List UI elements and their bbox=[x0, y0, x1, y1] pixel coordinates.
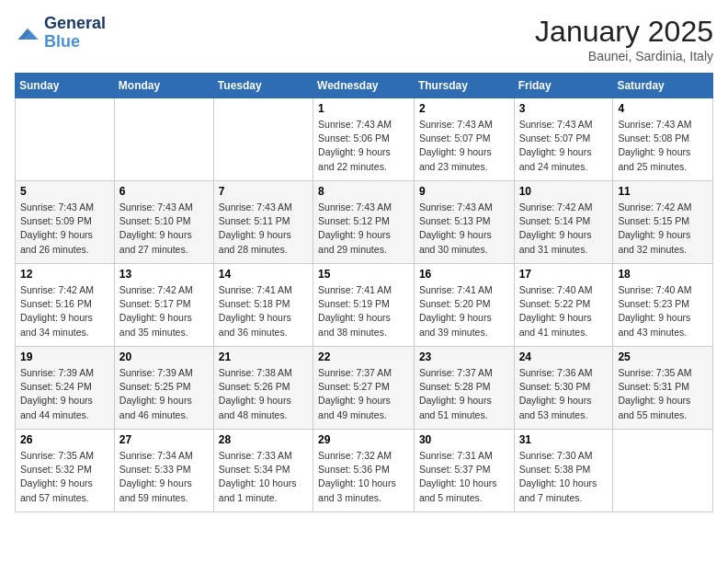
calendar-cell: 24Sunrise: 7:36 AM Sunset: 5:30 PM Dayli… bbox=[514, 347, 613, 430]
day-info: Sunrise: 7:35 AM Sunset: 5:32 PM Dayligh… bbox=[20, 449, 109, 505]
day-info: Sunrise: 7:36 AM Sunset: 5:30 PM Dayligh… bbox=[519, 366, 609, 422]
calendar-cell: 19Sunrise: 7:39 AM Sunset: 5:24 PM Dayli… bbox=[16, 347, 115, 430]
day-header-friday: Friday bbox=[514, 74, 613, 98]
calendar-cell: 21Sunrise: 7:38 AM Sunset: 5:26 PM Dayli… bbox=[213, 347, 313, 430]
day-number: 12 bbox=[20, 268, 109, 281]
day-info: Sunrise: 7:42 AM Sunset: 5:14 PM Dayligh… bbox=[519, 201, 609, 257]
calendar-week-row: 26Sunrise: 7:35 AM Sunset: 5:32 PM Dayli… bbox=[16, 430, 713, 512]
day-header-monday: Monday bbox=[114, 74, 213, 98]
day-number: 11 bbox=[618, 185, 708, 198]
day-info: Sunrise: 7:43 AM Sunset: 5:07 PM Dayligh… bbox=[419, 118, 509, 174]
calendar-cell: 29Sunrise: 7:32 AM Sunset: 5:36 PM Dayli… bbox=[313, 430, 415, 512]
day-header-thursday: Thursday bbox=[414, 74, 514, 98]
calendar-cell: 11Sunrise: 7:42 AM Sunset: 5:15 PM Dayli… bbox=[613, 181, 713, 264]
day-number: 17 bbox=[519, 268, 609, 281]
day-number: 2 bbox=[419, 102, 509, 115]
day-info: Sunrise: 7:37 AM Sunset: 5:28 PM Dayligh… bbox=[419, 366, 509, 422]
day-number: 30 bbox=[419, 433, 509, 446]
day-number: 23 bbox=[419, 350, 509, 363]
day-number: 28 bbox=[219, 433, 308, 446]
calendar-week-row: 19Sunrise: 7:39 AM Sunset: 5:24 PM Dayli… bbox=[16, 347, 713, 430]
day-info: Sunrise: 7:33 AM Sunset: 5:34 PM Dayligh… bbox=[219, 449, 308, 505]
calendar-cell: 7Sunrise: 7:43 AM Sunset: 5:11 PM Daylig… bbox=[213, 181, 313, 264]
day-info: Sunrise: 7:39 AM Sunset: 5:24 PM Dayligh… bbox=[20, 366, 109, 422]
day-info: Sunrise: 7:43 AM Sunset: 5:07 PM Dayligh… bbox=[519, 118, 609, 174]
calendar-header-row: SundayMondayTuesdayWednesdayThursdayFrid… bbox=[16, 74, 713, 98]
calendar-week-row: 5Sunrise: 7:43 AM Sunset: 5:09 PM Daylig… bbox=[16, 181, 713, 264]
day-info: Sunrise: 7:42 AM Sunset: 5:15 PM Dayligh… bbox=[618, 201, 708, 257]
calendar-cell: 15Sunrise: 7:41 AM Sunset: 5:19 PM Dayli… bbox=[313, 264, 415, 347]
calendar-cell: 28Sunrise: 7:33 AM Sunset: 5:34 PM Dayli… bbox=[213, 430, 313, 512]
page-header: General Blue January 2025 Baunei, Sardin… bbox=[15, 15, 713, 63]
calendar-cell: 30Sunrise: 7:31 AM Sunset: 5:37 PM Dayli… bbox=[414, 430, 514, 512]
day-number: 8 bbox=[318, 185, 409, 198]
calendar-cell: 3Sunrise: 7:43 AM Sunset: 5:07 PM Daylig… bbox=[514, 98, 613, 181]
day-number: 6 bbox=[119, 185, 209, 198]
month-title: January 2025 bbox=[535, 15, 713, 49]
logo-text: General Blue bbox=[44, 15, 106, 52]
day-info: Sunrise: 7:32 AM Sunset: 5:36 PM Dayligh… bbox=[318, 449, 409, 505]
day-info: Sunrise: 7:43 AM Sunset: 5:11 PM Dayligh… bbox=[219, 201, 308, 257]
day-number: 27 bbox=[119, 433, 209, 446]
day-info: Sunrise: 7:35 AM Sunset: 5:31 PM Dayligh… bbox=[618, 366, 708, 422]
day-info: Sunrise: 7:38 AM Sunset: 5:26 PM Dayligh… bbox=[219, 366, 308, 422]
day-info: Sunrise: 7:41 AM Sunset: 5:18 PM Dayligh… bbox=[219, 283, 308, 339]
day-number: 3 bbox=[519, 102, 609, 115]
day-number: 7 bbox=[219, 185, 308, 198]
day-info: Sunrise: 7:40 AM Sunset: 5:22 PM Dayligh… bbox=[519, 283, 609, 339]
calendar-week-row: 1Sunrise: 7:43 AM Sunset: 5:06 PM Daylig… bbox=[16, 98, 713, 181]
day-info: Sunrise: 7:43 AM Sunset: 5:08 PM Dayligh… bbox=[618, 118, 708, 174]
day-header-tuesday: Tuesday bbox=[213, 74, 313, 98]
day-number: 22 bbox=[318, 350, 409, 363]
day-number: 4 bbox=[618, 102, 708, 115]
day-number: 24 bbox=[519, 350, 609, 363]
calendar-cell: 4Sunrise: 7:43 AM Sunset: 5:08 PM Daylig… bbox=[613, 98, 713, 181]
day-info: Sunrise: 7:42 AM Sunset: 5:17 PM Dayligh… bbox=[119, 283, 209, 339]
calendar-cell: 1Sunrise: 7:43 AM Sunset: 5:06 PM Daylig… bbox=[313, 98, 415, 181]
day-info: Sunrise: 7:43 AM Sunset: 5:10 PM Dayligh… bbox=[119, 201, 209, 257]
day-header-sunday: Sunday bbox=[16, 74, 115, 98]
day-number: 26 bbox=[20, 433, 109, 446]
day-number: 14 bbox=[219, 268, 308, 281]
day-number: 9 bbox=[419, 185, 509, 198]
day-info: Sunrise: 7:31 AM Sunset: 5:37 PM Dayligh… bbox=[419, 449, 509, 505]
calendar-cell: 9Sunrise: 7:43 AM Sunset: 5:13 PM Daylig… bbox=[414, 181, 514, 264]
calendar-cell: 25Sunrise: 7:35 AM Sunset: 5:31 PM Dayli… bbox=[613, 347, 713, 430]
day-number: 1 bbox=[318, 102, 409, 115]
calendar-cell: 14Sunrise: 7:41 AM Sunset: 5:18 PM Dayli… bbox=[213, 264, 313, 347]
day-number: 25 bbox=[618, 350, 708, 363]
calendar-cell: 31Sunrise: 7:30 AM Sunset: 5:38 PM Dayli… bbox=[514, 430, 613, 512]
day-number: 16 bbox=[419, 268, 509, 281]
calendar-cell: 6Sunrise: 7:43 AM Sunset: 5:10 PM Daylig… bbox=[114, 181, 213, 264]
calendar-cell: 18Sunrise: 7:40 AM Sunset: 5:23 PM Dayli… bbox=[613, 264, 713, 347]
calendar-cell: 16Sunrise: 7:41 AM Sunset: 5:20 PM Dayli… bbox=[414, 264, 514, 347]
calendar-cell: 12Sunrise: 7:42 AM Sunset: 5:16 PM Dayli… bbox=[16, 264, 115, 347]
day-number: 31 bbox=[519, 433, 609, 446]
calendar-cell: 2Sunrise: 7:43 AM Sunset: 5:07 PM Daylig… bbox=[414, 98, 514, 181]
day-number: 29 bbox=[318, 433, 409, 446]
day-info: Sunrise: 7:43 AM Sunset: 5:06 PM Dayligh… bbox=[318, 118, 409, 174]
day-info: Sunrise: 7:39 AM Sunset: 5:25 PM Dayligh… bbox=[119, 366, 209, 422]
calendar-cell: 20Sunrise: 7:39 AM Sunset: 5:25 PM Dayli… bbox=[114, 347, 213, 430]
calendar-week-row: 12Sunrise: 7:42 AM Sunset: 5:16 PM Dayli… bbox=[16, 264, 713, 347]
calendar-cell: 5Sunrise: 7:43 AM Sunset: 5:09 PM Daylig… bbox=[16, 181, 115, 264]
calendar-cell bbox=[613, 430, 713, 512]
day-info: Sunrise: 7:41 AM Sunset: 5:20 PM Dayligh… bbox=[419, 283, 509, 339]
calendar-cell: 8Sunrise: 7:43 AM Sunset: 5:12 PM Daylig… bbox=[313, 181, 415, 264]
day-number: 10 bbox=[519, 185, 609, 198]
calendar-cell: 10Sunrise: 7:42 AM Sunset: 5:14 PM Dayli… bbox=[514, 181, 613, 264]
calendar-cell: 23Sunrise: 7:37 AM Sunset: 5:28 PM Dayli… bbox=[414, 347, 514, 430]
calendar-cell bbox=[114, 98, 213, 181]
day-info: Sunrise: 7:43 AM Sunset: 5:13 PM Dayligh… bbox=[419, 201, 509, 257]
calendar-table: SundayMondayTuesdayWednesdayThursdayFrid… bbox=[15, 73, 713, 512]
day-header-wednesday: Wednesday bbox=[313, 74, 415, 98]
title-block: January 2025 Baunei, Sardinia, Italy bbox=[535, 15, 713, 63]
day-number: 19 bbox=[20, 350, 109, 363]
day-number: 18 bbox=[618, 268, 708, 281]
day-info: Sunrise: 7:42 AM Sunset: 5:16 PM Dayligh… bbox=[20, 283, 109, 339]
day-number: 15 bbox=[318, 268, 409, 281]
calendar-cell: 22Sunrise: 7:37 AM Sunset: 5:27 PM Dayli… bbox=[313, 347, 415, 430]
day-number: 13 bbox=[119, 268, 209, 281]
logo: General Blue bbox=[15, 15, 106, 52]
calendar-cell: 13Sunrise: 7:42 AM Sunset: 5:17 PM Dayli… bbox=[114, 264, 213, 347]
